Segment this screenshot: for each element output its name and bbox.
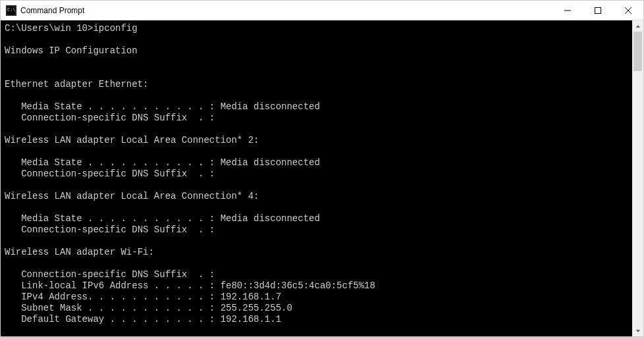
terminal-line: Ethernet adapter Ethernet: xyxy=(5,79,632,90)
terminal-line xyxy=(5,146,632,157)
terminal-line xyxy=(5,236,632,247)
terminal-line xyxy=(5,124,632,135)
scrollbar-track[interactable] xyxy=(632,32,643,325)
terminal-line: Connection-specific DNS Suffix . : xyxy=(5,168,632,180)
terminal-line: Media State . . . . . . . . . . . : Medi… xyxy=(5,101,632,113)
cmd-icon: C:\ xyxy=(6,5,16,16)
terminal-line xyxy=(5,180,632,191)
terminal-line: Default Gateway . . . . . . . . . : 192.… xyxy=(5,314,632,325)
terminal-line: Connection-specific DNS Suffix . : xyxy=(5,113,632,124)
terminal-line: Media State . . . . . . . . . . . : Medi… xyxy=(5,213,632,224)
window-controls xyxy=(552,1,643,20)
terminal-line xyxy=(5,325,632,336)
terminal-line: Wireless LAN adapter Local Area Connecti… xyxy=(5,135,632,146)
svg-rect-4 xyxy=(595,7,601,13)
terminal-line: Link-local IPv6 Address . . . . . : fe80… xyxy=(5,280,632,292)
titlebar[interactable]: C:\ Command Prompt xyxy=(1,1,643,20)
terminal-line: IPv4 Address. . . . . . . . . . . : 192.… xyxy=(5,292,632,303)
scrollbar-thumb[interactable] xyxy=(633,32,642,71)
terminal-line: Wireless LAN adapter Local Area Connecti… xyxy=(5,191,632,202)
window-frame: C:\ Command Prompt C:\Users\win 10>ipcon… xyxy=(0,0,644,337)
svg-marker-8 xyxy=(636,330,640,332)
close-button[interactable] xyxy=(613,1,643,20)
terminal-line: Subnet Mask . . . . . . . . . . . : 255.… xyxy=(5,303,632,314)
terminal-line: Connection-specific DNS Suffix . : xyxy=(5,269,632,280)
terminal-line xyxy=(5,202,632,213)
terminal-line: Media State . . . . . . . . . . . : Medi… xyxy=(5,157,632,168)
terminal-line xyxy=(5,57,632,68)
terminal-line: Windows IP Configuration xyxy=(5,45,632,57)
svg-text:C:\: C:\ xyxy=(7,7,16,13)
terminal-line: Wireless LAN adapter Wi-Fi: xyxy=(5,247,632,258)
terminal-output[interactable]: C:\Users\win 10>ipconfig Windows IP Conf… xyxy=(1,20,632,336)
terminal-line: Connection-specific DNS Suffix . : xyxy=(5,224,632,236)
content-area: C:\Users\win 10>ipconfig Windows IP Conf… xyxy=(1,20,643,336)
terminal-line: C:\Users\win 10>ipconfig xyxy=(5,23,632,34)
maximize-button[interactable] xyxy=(583,1,613,20)
terminal-line xyxy=(5,90,632,101)
terminal-line xyxy=(5,258,632,269)
svg-marker-7 xyxy=(636,25,640,28)
window-title: Command Prompt xyxy=(20,6,84,15)
scroll-down-button[interactable] xyxy=(632,325,643,336)
scroll-up-button[interactable] xyxy=(632,20,643,32)
terminal-line xyxy=(5,68,632,79)
terminal-line xyxy=(5,34,632,45)
minimize-button[interactable] xyxy=(552,1,583,20)
vertical-scrollbar[interactable] xyxy=(632,20,643,336)
